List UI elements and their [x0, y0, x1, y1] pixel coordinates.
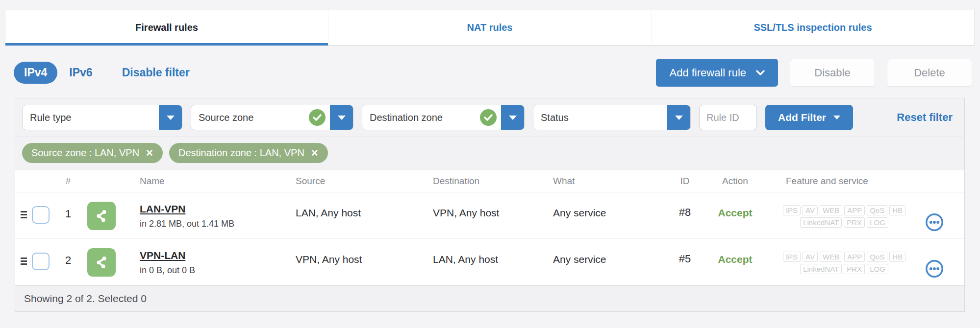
ellipsis-icon [925, 213, 944, 232]
table-row: 1 LAN-VPN in 2.81 MB, out 1.41 MB LAN, A… [15, 192, 964, 239]
column-header-number: # [54, 176, 82, 187]
caret-down-icon [675, 116, 683, 120]
row-more-actions-button[interactable] [925, 206, 944, 238]
feature-badge: APP [844, 252, 865, 262]
row-checkbox[interactable] [32, 206, 50, 224]
check-circle-icon [480, 109, 497, 126]
tab-nat-rules[interactable]: NAT rules [328, 10, 651, 45]
toolbar: IPv4 IPv6 Disable filter Add firewall ru… [14, 59, 972, 87]
rule-id-input[interactable] [699, 105, 757, 130]
tab-label: Firewall rules [135, 22, 198, 33]
rule-type-dropdown[interactable]: Rule type [22, 105, 182, 130]
drag-handle-icon[interactable] [15, 239, 27, 285]
caret-down-icon [167, 116, 175, 120]
filter-chip-label: Destination zone : LAN, VPN [178, 147, 304, 159]
feature-badge: LinkedNAT [800, 217, 842, 228]
rule-id: #5 [663, 239, 707, 285]
column-header-id: ID [663, 176, 707, 187]
rule-type-dropdown-label: Rule type [23, 112, 159, 123]
rule-action-status: Accept [707, 239, 763, 285]
rule-action-status: Accept [707, 192, 763, 238]
column-header-name: Name [121, 176, 288, 187]
ipv6-toggle[interactable]: IPv6 [69, 66, 92, 79]
source-zone-dropdown[interactable]: Source zone [191, 105, 353, 130]
feature-badge: AV [803, 205, 818, 215]
feature-badge: IPS [783, 252, 801, 262]
filter-chip-destination-zone: Destination zone : LAN, VPN ✕ [169, 143, 328, 163]
feature-badge: LOG [867, 217, 888, 228]
feature-badge: QoS [867, 252, 887, 262]
traffic-rule-icon [87, 202, 116, 230]
feature-badges: IPSAVWEBAPPQoSHB LinkedNATPRXLOG [763, 239, 925, 285]
table-header: # Name Source Destination What ID Action… [15, 170, 964, 192]
feature-badge: WEB [820, 205, 842, 215]
rule-source: LAN, Any host [288, 192, 425, 238]
ipv4-toggle[interactable]: IPv4 [14, 62, 57, 84]
row-more-actions-button[interactable] [925, 252, 944, 285]
table-row: 2 VPN-LAN in 0 B, out 0 B VPN, Any host … [15, 239, 964, 285]
caret-down-icon [338, 116, 346, 120]
feature-badges: IPSAVWEBAPPQoSHB LinkedNATPRXLOG [763, 192, 925, 238]
check-circle-icon [309, 109, 326, 126]
rule-what: Any service [545, 192, 663, 238]
destination-zone-dropdown[interactable]: Destination zone [362, 105, 525, 130]
tab-ssl-tls-inspection-rules[interactable]: SSL/TLS inspection rules [651, 10, 974, 45]
row-number: 2 [54, 239, 82, 285]
feature-badge: WEB [820, 252, 842, 262]
firewall-rules-panel: Rule type Source zone Destination zone S… [15, 98, 965, 312]
delete-button[interactable]: Delete [887, 59, 972, 87]
rule-destination: LAN, Any host [425, 239, 545, 285]
rule-source: VPN, Any host [288, 239, 425, 285]
tab-bar: Firewall rules NAT rules SSL/TLS inspect… [5, 10, 975, 46]
column-header-destination: Destination [425, 176, 545, 187]
rule-traffic-stats: in 0 B, out 0 B [140, 265, 288, 276]
rule-name-link[interactable]: VPN-LAN [140, 250, 185, 261]
feature-badge: QoS [867, 205, 887, 215]
tab-label: NAT rules [467, 22, 513, 33]
remove-chip-icon[interactable]: ✕ [311, 148, 319, 158]
rule-name-link[interactable]: LAN-VPN [140, 203, 185, 215]
add-firewall-rule-button[interactable]: Add firewall rule [656, 59, 778, 87]
add-filter-label: Add Filter [778, 112, 826, 123]
add-filter-button[interactable]: Add Filter [765, 105, 853, 130]
filter-chip-label: Source zone : LAN, VPN [31, 147, 139, 159]
row-number: 1 [54, 192, 82, 238]
remove-chip-icon[interactable]: ✕ [146, 148, 153, 158]
status-dropdown-arrow[interactable] [667, 105, 690, 130]
ellipsis-icon [925, 259, 944, 278]
disable-button[interactable]: Disable [790, 59, 875, 87]
destination-zone-dropdown-arrow[interactable] [501, 105, 524, 130]
column-header-feature-and-service: Feature and service [763, 176, 925, 187]
ipv6-label: IPv6 [69, 66, 92, 79]
drag-handle-icon[interactable] [15, 192, 27, 238]
row-checkbox[interactable] [32, 253, 50, 270]
feature-badge: PRX [844, 217, 865, 228]
rule-type-dropdown-arrow[interactable] [159, 105, 182, 130]
feature-badge: IPS [783, 205, 801, 215]
caret-down-icon [833, 116, 840, 119]
disable-filter-link[interactable]: Disable filter [122, 66, 190, 79]
tab-firewall-rules[interactable]: Firewall rules [5, 10, 328, 45]
status-dropdown[interactable]: Status [533, 105, 691, 130]
ipv4-label: IPv4 [24, 66, 47, 79]
rule-id: #8 [663, 192, 707, 238]
caret-down-icon [509, 116, 517, 120]
column-header-source: Source [288, 176, 425, 187]
active-filter-chips: Source zone : LAN, VPN ✕ Destination zon… [15, 137, 964, 170]
source-zone-dropdown-label: Source zone [191, 112, 309, 123]
feature-badge: PRX [844, 264, 865, 274]
reset-filter-link[interactable]: Reset filter [897, 111, 957, 124]
destination-zone-dropdown-label: Destination zone [362, 112, 480, 123]
feature-badge: LinkedNAT [800, 264, 842, 274]
status-dropdown-label: Status [533, 112, 667, 123]
toolbar-actions: Add firewall rule Disable Delete [656, 59, 972, 87]
column-header-what: What [545, 176, 663, 187]
feature-badge: APP [844, 205, 865, 215]
feature-badge: AV [803, 252, 818, 262]
feature-badge: LOG [867, 264, 888, 274]
source-zone-dropdown-arrow[interactable] [330, 105, 353, 130]
filter-row: Rule type Source zone Destination zone S… [15, 98, 964, 137]
rule-what: Any service [545, 239, 663, 285]
add-firewall-rule-label: Add firewall rule [669, 67, 746, 79]
filter-chip-source-zone: Source zone : LAN, VPN ✕ [22, 143, 163, 163]
